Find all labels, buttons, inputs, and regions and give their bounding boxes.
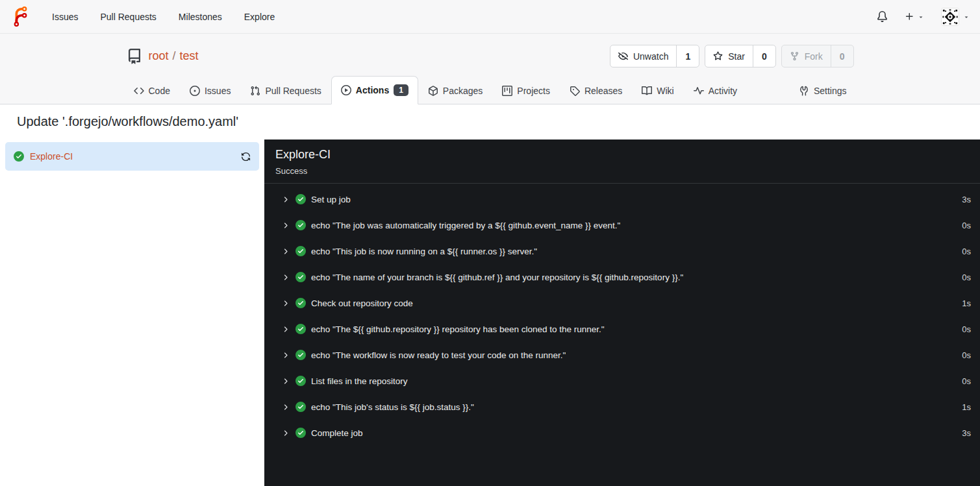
step-name: echo "The job was automatically triggere… [311, 221, 620, 230]
unwatch-button[interactable]: Unwatch [610, 45, 677, 67]
repo-owner-link[interactable]: root [149, 49, 169, 63]
chevron-right-icon [281, 221, 290, 230]
step-duration: 1s [954, 298, 971, 308]
watchers-count[interactable]: 1 [677, 45, 699, 67]
rerun-job-button[interactable] [241, 152, 251, 162]
tab-label: Releases [584, 86, 622, 96]
plus-icon [905, 12, 914, 21]
check-circle-icon [295, 324, 306, 334]
chevron-right-icon [281, 247, 290, 256]
step-name: echo "This job's status is ${{ job.statu… [311, 402, 474, 412]
step-duration: 0s [954, 273, 971, 282]
step-row-setup[interactable]: Set up job 3s [264, 186, 980, 212]
step-row[interactable]: echo "The ${{ github.repository }} repos… [264, 316, 980, 342]
user-menu-button[interactable] [941, 8, 970, 26]
nav-issues[interactable]: Issues [41, 0, 89, 34]
play-circle-icon [341, 85, 351, 95]
eye-closed-icon [618, 51, 628, 61]
actions-count-badge: 1 [394, 84, 408, 96]
step-row-checkout[interactable]: Check out repository code 1s [264, 290, 980, 316]
code-icon [134, 86, 144, 96]
repo-icon [127, 49, 142, 64]
nav-pull-requests[interactable]: Pull Requests [89, 0, 167, 34]
step-duration: 1s [954, 402, 971, 412]
pulse-icon [694, 86, 704, 96]
check-circle-icon [295, 272, 306, 282]
tab-label: Projects [517, 86, 550, 96]
watch-button-group: Unwatch 1 [610, 45, 699, 67]
top-navbar: Issues Pull Requests Milestones Explore [0, 0, 980, 34]
tab-label: Issues [205, 86, 231, 96]
tab-label: Pull Requests [265, 86, 321, 96]
jobs-sidebar: Explore-CI [0, 140, 264, 486]
step-name: echo "The ${{ github.repository }} repos… [311, 324, 605, 334]
tab-packages[interactable]: Packages [418, 77, 492, 104]
tab-label: Packages [443, 86, 483, 96]
tab-wiki[interactable]: Wiki [632, 77, 683, 104]
forgejo-logo-icon [10, 6, 31, 27]
notifications-button[interactable] [877, 11, 888, 22]
star-button[interactable]: Star [705, 45, 753, 67]
tag-icon [570, 86, 580, 96]
check-circle-icon [295, 298, 306, 308]
check-circle-icon [295, 246, 306, 256]
panel-job-name: Explore-CI [275, 148, 969, 162]
package-icon [428, 86, 438, 96]
tab-pull-requests[interactable]: Pull Requests [240, 77, 331, 104]
repo-forked-icon [790, 51, 799, 61]
star-icon [713, 51, 723, 61]
git-pull-request-icon [250, 86, 260, 96]
panel-status-text: Success [275, 166, 969, 176]
step-row[interactable]: echo "The name of your branch is ${{ git… [264, 264, 980, 290]
repo-name-link[interactable]: test [180, 49, 199, 63]
step-row-complete[interactable]: Complete job 3s [264, 420, 980, 446]
check-circle-icon [295, 350, 306, 360]
step-name: echo "This job is now running on a ${{ r… [311, 247, 537, 256]
triangle-down-icon [918, 14, 924, 20]
project-icon [502, 86, 512, 96]
step-name: Complete job [311, 428, 363, 438]
step-row-list-files[interactable]: List files in the repository 0s [264, 368, 980, 394]
forks-count[interactable]: 0 [831, 45, 853, 67]
job-item-explore-ci[interactable]: Explore-CI [5, 142, 259, 171]
check-circle-icon [295, 220, 306, 230]
repo-header: root / test Unwatch 1 Star 0 [0, 34, 980, 104]
step-row[interactable]: echo "This job is now running on a ${{ r… [264, 238, 980, 264]
nav-explore[interactable]: Explore [233, 0, 286, 34]
create-new-button[interactable] [905, 12, 924, 21]
tab-releases[interactable]: Releases [560, 77, 632, 104]
repo-path-separator: / [173, 49, 176, 63]
step-duration: 0s [954, 247, 971, 256]
chevron-right-icon [281, 273, 290, 282]
chevron-right-icon [281, 403, 290, 411]
step-row[interactable]: echo "The workflow is now ready to test … [264, 342, 980, 368]
tab-projects[interactable]: Projects [492, 77, 560, 104]
stars-count[interactable]: 0 [753, 45, 775, 67]
issue-opened-icon [190, 86, 200, 96]
tab-actions[interactable]: Actions 1 [331, 76, 418, 104]
tab-issues[interactable]: Issues [180, 77, 240, 104]
step-name: echo "The name of your branch is ${{ git… [311, 273, 683, 282]
tab-settings[interactable]: Settings [789, 77, 857, 104]
nav-milestones[interactable]: Milestones [168, 0, 233, 34]
tab-code[interactable]: Code [124, 77, 180, 104]
tab-activity[interactable]: Activity [684, 77, 747, 104]
chevron-right-icon [281, 429, 290, 437]
step-duration: 0s [954, 324, 971, 334]
step-row[interactable]: echo "This job's status is ${{ job.statu… [264, 394, 980, 420]
job-log-header: Explore-CI Success [264, 140, 980, 184]
chevron-right-icon [281, 377, 290, 385]
commit-title: Update '.forgejo/workflows/demo.yaml' [0, 104, 980, 140]
step-name: echo "The workflow is now ready to test … [311, 350, 566, 360]
fork-button-group: Fork 0 [781, 45, 854, 67]
forgejo-logo[interactable] [10, 6, 31, 27]
chevron-right-icon [281, 299, 290, 308]
repo-action-buttons: Unwatch 1 Star 0 Fork 0 [610, 45, 854, 67]
bell-icon [877, 11, 888, 22]
step-row[interactable]: echo "The job was automatically triggere… [264, 212, 980, 238]
step-name: List files in the repository [311, 376, 408, 386]
tab-label: Settings [814, 86, 847, 96]
run-view: Explore-CI Explore-CI Success Set up job… [0, 140, 980, 486]
step-duration: 3s [954, 428, 971, 438]
repo-tabbar: Code Issues Pull Requests Actions 1 Pack… [0, 76, 980, 104]
